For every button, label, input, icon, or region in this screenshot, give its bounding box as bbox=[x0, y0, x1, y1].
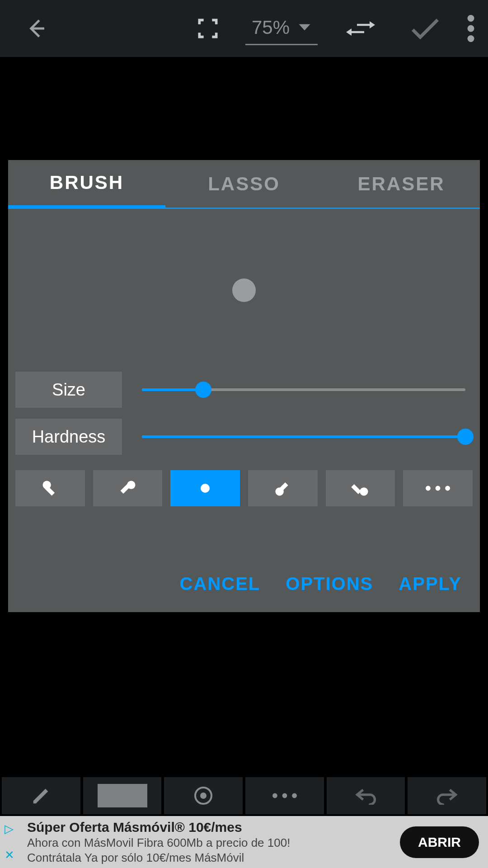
tab-lasso[interactable]: LASSO bbox=[165, 160, 323, 208]
ad-banner[interactable]: ▷ ✕ Súper Oferta Másmóvil® 10€/mes Ahora… bbox=[0, 816, 488, 868]
preset-4[interactable] bbox=[248, 470, 318, 506]
preset-2[interactable] bbox=[93, 470, 163, 506]
tab-brush[interactable]: BRUSH bbox=[8, 160, 165, 209]
confirm-button[interactable] bbox=[410, 17, 440, 40]
svg-point-0 bbox=[468, 15, 474, 22]
options-button[interactable]: OPTIONS bbox=[286, 574, 373, 594]
svg-point-2 bbox=[468, 35, 474, 42]
size-control: Size bbox=[15, 372, 473, 408]
brush-preview-dot bbox=[232, 278, 256, 302]
svg-point-17 bbox=[272, 793, 277, 798]
tab-eraser[interactable]: ERASER bbox=[323, 160, 480, 208]
chevron-down-icon bbox=[298, 23, 311, 32]
size-label-button[interactable]: Size bbox=[15, 372, 122, 408]
canvas-area: BRUSH LASSO ERASER Size Hardness bbox=[0, 57, 488, 868]
svg-rect-6 bbox=[120, 484, 130, 494]
svg-point-10 bbox=[360, 487, 368, 495]
bottom-toolbar bbox=[0, 775, 488, 816]
back-button[interactable] bbox=[14, 16, 59, 41]
undo-icon bbox=[354, 787, 378, 805]
svg-point-1 bbox=[468, 25, 474, 32]
zoom-value: 75% bbox=[252, 17, 290, 38]
svg-point-13 bbox=[436, 486, 441, 491]
brush-preview bbox=[8, 209, 480, 372]
ad-title: Súper Oferta Másmóvil® 10€/mes bbox=[27, 820, 391, 835]
size-slider[interactable] bbox=[142, 381, 465, 399]
preset-more[interactable] bbox=[403, 470, 473, 506]
pencil-icon bbox=[31, 785, 52, 806]
ad-line1: Ahora con MásMovil Fibra 600Mb a precio … bbox=[27, 836, 391, 850]
hardness-control: Hardness bbox=[15, 419, 473, 455]
svg-point-7 bbox=[201, 484, 210, 493]
zoom-dropdown[interactable]: 75% bbox=[245, 12, 318, 45]
top-toolbar: 75% bbox=[0, 0, 488, 57]
brush-settings-modal: BRUSH LASSO ERASER Size Hardness bbox=[8, 160, 480, 612]
shape-tool-button[interactable] bbox=[83, 777, 162, 814]
cancel-button[interactable]: CANCEL bbox=[180, 574, 261, 594]
modal-actions: CANCEL OPTIONS APPLY bbox=[8, 556, 480, 612]
brush-tip-icon bbox=[118, 478, 138, 498]
tool-tabs: BRUSH LASSO ERASER bbox=[8, 160, 480, 209]
preset-3[interactable] bbox=[170, 470, 240, 506]
brush-tip-icon bbox=[40, 478, 60, 498]
svg-point-18 bbox=[282, 793, 287, 798]
ad-line2: Contrátala Ya por sólo 10€/mes MásMóvil bbox=[27, 851, 391, 865]
rectangle-icon bbox=[98, 784, 147, 807]
fullscreen-icon[interactable] bbox=[195, 16, 221, 41]
apply-button[interactable]: APPLY bbox=[399, 574, 462, 594]
target-icon bbox=[192, 785, 214, 807]
adchoices-icon[interactable]: ▷ bbox=[5, 822, 14, 836]
svg-point-19 bbox=[292, 793, 297, 798]
brush-tip-icon bbox=[273, 478, 293, 498]
target-tool-button[interactable] bbox=[164, 777, 243, 814]
svg-point-16 bbox=[201, 793, 206, 798]
more-icon[interactable] bbox=[467, 15, 474, 42]
undo-button[interactable] bbox=[327, 777, 405, 814]
svg-rect-11 bbox=[351, 484, 361, 494]
hardness-label-button[interactable]: Hardness bbox=[15, 419, 122, 455]
preset-5[interactable] bbox=[326, 470, 395, 506]
swap-icon[interactable] bbox=[343, 18, 379, 39]
ellipsis-icon bbox=[272, 793, 297, 799]
edit-tool-button[interactable] bbox=[2, 777, 80, 814]
svg-point-12 bbox=[426, 486, 431, 491]
redo-icon bbox=[435, 787, 459, 805]
svg-point-14 bbox=[445, 486, 450, 491]
close-ad-icon[interactable]: ✕ bbox=[5, 848, 14, 862]
more-tools-button[interactable] bbox=[245, 777, 324, 814]
ellipsis-icon bbox=[426, 485, 450, 491]
ad-open-button[interactable]: ABRIR bbox=[400, 826, 479, 858]
brush-presets bbox=[8, 470, 480, 506]
redo-button[interactable] bbox=[408, 777, 486, 814]
dot-icon bbox=[198, 481, 212, 495]
preset-1[interactable] bbox=[15, 470, 85, 506]
hardness-slider[interactable] bbox=[142, 428, 465, 446]
brush-tip-icon bbox=[351, 478, 371, 498]
